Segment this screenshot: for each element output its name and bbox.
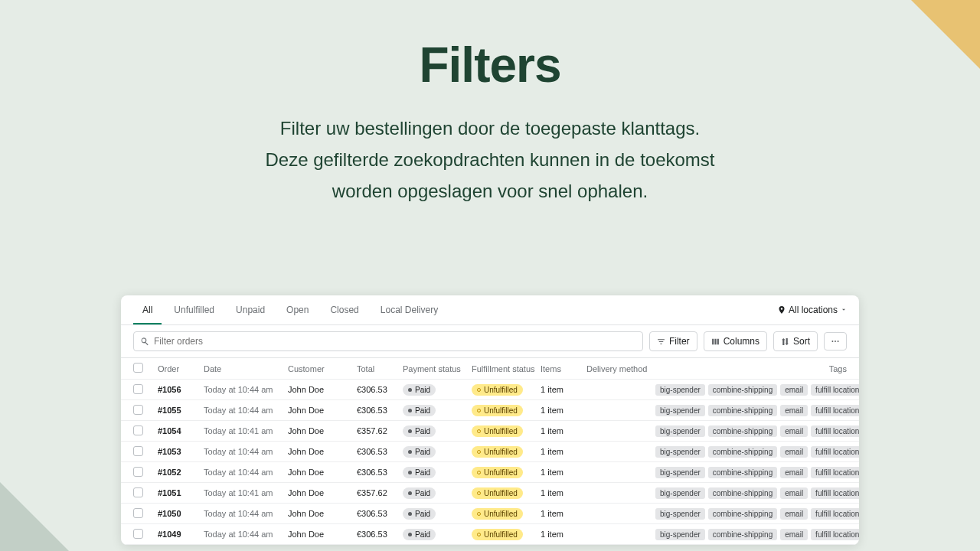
tag-chip: combine-shipping — [708, 529, 777, 540]
row-checkbox[interactable] — [133, 405, 143, 415]
tag-chip: fulfill location — [811, 508, 859, 520]
tag-chip: combine-shipping — [708, 446, 777, 458]
cell-date: Today at 10:41 am — [204, 426, 288, 435]
row-checkbox[interactable] — [133, 384, 143, 394]
table-row[interactable]: #1052Today at 10:44 amJohn Doe€306.53Pai… — [121, 462, 859, 483]
row-checkbox[interactable] — [133, 425, 143, 435]
row-checkbox[interactable] — [133, 467, 143, 477]
table-row[interactable]: #1053Today at 10:44 amJohn Doe€306.53Pai… — [121, 442, 859, 462]
columns-button[interactable]: Columns — [704, 331, 767, 351]
cell-tags: big-spendercombine-shippingemailfulfill … — [655, 508, 859, 520]
table-row[interactable]: #1054Today at 10:41 amJohn Doe€357.62Pai… — [121, 421, 859, 442]
cell-items: 1 item — [541, 509, 586, 518]
chevron-down-icon — [841, 307, 847, 313]
cell-order: #1052 — [158, 468, 204, 477]
svg-point-2 — [838, 341, 839, 342]
dots-horizontal-icon — [830, 337, 841, 346]
fulfillment-badge: Unfulfilled — [472, 529, 523, 540]
tag-chip: fulfill location — [811, 467, 859, 478]
fulfillment-badge: Unfulfilled — [472, 508, 523, 520]
cell-tags: big-spendercombine-shippingemailfulfill … — [655, 529, 859, 540]
cell-tags: big-spendercombine-shippingemailfulfill … — [655, 425, 859, 437]
tag-chip: email — [780, 487, 808, 499]
payment-badge: Paid — [403, 425, 436, 437]
payment-badge: Paid — [403, 405, 436, 416]
tag-chip: combine-shipping — [708, 384, 777, 396]
cell-customer: John Doe — [288, 509, 357, 518]
cell-tags: big-spendercombine-shippingemailfulfill … — [655, 405, 859, 416]
row-checkbox[interactable] — [133, 529, 143, 539]
row-checkbox[interactable] — [133, 446, 143, 456]
col-items: Items — [541, 364, 586, 373]
payment-badge: Paid — [403, 487, 436, 499]
row-checkbox[interactable] — [133, 487, 143, 497]
tag-chip: email — [780, 384, 808, 396]
table-row[interactable]: #1056Today at 10:44 amJohn Doe€306.53Pai… — [121, 380, 859, 400]
row-checkbox[interactable] — [133, 508, 143, 518]
cell-date: Today at 10:41 am — [204, 488, 288, 497]
payment-badge: Paid — [403, 467, 436, 478]
tab-open[interactable]: Open — [277, 295, 318, 324]
table-row[interactable]: #1050Today at 10:44 amJohn Doe€306.53Pai… — [121, 504, 859, 524]
tag-chip: big-spender — [655, 529, 705, 540]
col-order: Order — [158, 364, 204, 373]
tag-chip: email — [780, 529, 808, 540]
cell-items: 1 item — [541, 468, 586, 477]
tag-chip: combine-shipping — [708, 467, 777, 478]
table-row[interactable]: #1051Today at 10:41 amJohn Doe€357.62Pai… — [121, 483, 859, 504]
payment-badge: Paid — [403, 384, 436, 396]
cell-customer: John Doe — [288, 468, 357, 477]
cell-items: 1 item — [541, 447, 586, 456]
search-input-wrapper[interactable] — [133, 331, 643, 351]
tag-chip: email — [780, 446, 808, 458]
tab-closed[interactable]: Closed — [321, 295, 368, 324]
locations-label: All locations — [789, 305, 838, 315]
cell-total: €306.53 — [357, 509, 403, 518]
cell-date: Today at 10:44 am — [204, 509, 288, 518]
col-date: Date — [204, 364, 288, 373]
tag-chip: big-spender — [655, 446, 705, 458]
table-row[interactable]: #1055Today at 10:44 amJohn Doe€306.53Pai… — [121, 400, 859, 421]
tag-chip: combine-shipping — [708, 508, 777, 520]
tab-local-delivery[interactable]: Local Delivery — [371, 295, 447, 324]
tag-chip: fulfill location — [811, 425, 859, 437]
tag-chip: combine-shipping — [708, 425, 777, 437]
table-row[interactable]: #1049Today at 10:44 amJohn Doe€306.53Pai… — [121, 524, 859, 545]
cell-total: €306.53 — [357, 468, 403, 477]
filter-button[interactable]: Filter — [649, 331, 697, 351]
locations-dropdown[interactable]: All locations — [778, 305, 847, 315]
cell-tags: big-spendercombine-shippingemailfulfill … — [655, 384, 859, 396]
sort-button[interactable]: Sort — [773, 331, 818, 351]
cell-total: €306.53 — [357, 447, 403, 456]
cell-order: #1051 — [158, 488, 204, 497]
cell-items: 1 item — [541, 530, 586, 539]
col-total: Total — [357, 364, 403, 373]
svg-point-1 — [835, 341, 836, 342]
tag-chip: combine-shipping — [708, 405, 777, 416]
search-input[interactable] — [154, 336, 636, 347]
tab-unfulfilled[interactable]: Unfulfilled — [165, 295, 224, 324]
cell-customer: John Doe — [288, 406, 357, 415]
tag-chip: big-spender — [655, 384, 705, 396]
cell-order: #1050 — [158, 509, 204, 518]
fulfillment-badge: Unfulfilled — [472, 405, 523, 416]
col-delivery: Delivery method — [586, 364, 655, 373]
cell-date: Today at 10:44 am — [204, 530, 288, 539]
select-all-checkbox[interactable] — [133, 363, 143, 373]
columns-icon — [711, 337, 720, 346]
tag-chip: email — [780, 508, 808, 520]
tag-chip: big-spender — [655, 467, 705, 478]
tag-chip: fulfill location — [811, 487, 859, 499]
cell-tags: big-spendercombine-shippingemailfulfill … — [655, 446, 859, 458]
cell-total: €306.53 — [357, 385, 403, 394]
tab-unpaid[interactable]: Unpaid — [227, 295, 274, 324]
tag-chip: fulfill location — [811, 529, 859, 540]
fulfillment-badge: Unfulfilled — [472, 384, 523, 396]
tab-all[interactable]: All — [133, 295, 162, 324]
hero-title: Filters — [0, 37, 980, 93]
tag-chip: combine-shipping — [708, 487, 777, 499]
cell-customer: John Doe — [288, 426, 357, 435]
more-actions-button[interactable] — [824, 332, 847, 350]
cell-order: #1053 — [158, 447, 204, 456]
cell-customer: John Doe — [288, 530, 357, 539]
